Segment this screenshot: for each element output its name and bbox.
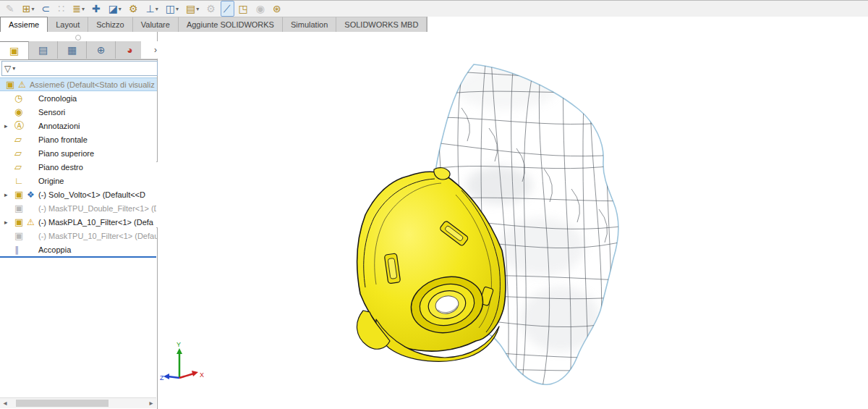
triad-z-label: Z [160,374,164,381]
tree-item-maskpla-10-filter[interactable]: ▸ ▣ ⚠ (-) MaskPLA_10_Filter<1> (Defa [0,215,157,229]
reference-triad: Y X Z [160,341,204,381]
filter-funnel-icon: ▽ [4,64,11,74]
tree-item-cronologia[interactable]: ◷ Cronologia [0,91,157,105]
move-component-icon[interactable]: ✚ [89,1,104,17]
snapshot-icon[interactable]: ◉ [253,1,268,17]
displaymanager-tab[interactable]: ◕ [116,41,145,59]
panel-tabs: ▣ ▤ ▦ ⊕ ◕ [0,41,157,60]
top-toolbar: ✎ ⊞ ▾ ⊂ ∷ ≣ ▾ ✚ ◪ ▾ ⚙ [0,1,868,17]
insert-components-icon[interactable]: ⊞ ▾ [20,1,38,17]
scroll-right-icon[interactable]: ▸ [146,398,156,408]
tree-item-label: Origine [38,177,64,185]
tree-item-icon: ◉ [14,106,27,117]
tree-item-icon: ▣ [14,189,27,200]
featuremanager-tab[interactable]: ▣ [0,41,29,59]
tree-item-label: Accoppia [38,245,71,254]
tree-item-status-icon: ⚠ [27,217,38,227]
tab-solidworks-mbd[interactable]: SOLIDWORKS MBD [336,17,427,32]
measure-icon[interactable]: ⟋ [221,1,234,17]
tree-item-piano-superiore[interactable]: ▱ Piano superiore [0,146,157,160]
mate-icon[interactable]: ⊂ [38,1,54,17]
rollback-bar[interactable] [0,256,156,258]
solidworks-window: ✎ ⊞ ▾ ⊂ ∷ ≣ ▾ ✚ ◪ ▾ ⚙ [0,0,868,409]
tree-item-masktpu-double-filter[interactable]: ▣ (-) MaskTPU_Double_Filter<1> (Def [0,201,157,215]
expand-arrow-icon[interactable]: ▸ [4,191,14,198]
tab-assieme[interactable]: Assieme [0,17,48,32]
tab-simulation[interactable]: Simulation [283,17,336,32]
tree-item-label: Sensori [38,108,65,117]
tree-item-sensori[interactable]: ◉ Sensori [0,105,157,119]
tree-item-accoppia[interactable]: ∥ Accoppia [0,243,157,256]
tree-item-origine[interactable]: ∟ Origine [0,174,157,187]
command-manager-tabstrip: Assieme Layout Schizzo Valutare Aggiunte… [0,17,868,33]
new-motion-study-icon[interactable]: ◫ ▾ [163,1,182,17]
tree-item-label: (-) MaskPLA_10_Filter<1> (Defa [38,218,153,227]
tree-item-icon: ▣ [14,203,27,214]
tab-layout[interactable]: Layout [48,17,88,32]
tree-item-label: Piano destro [38,163,83,172]
tab-schizzo[interactable]: Schizzo [88,17,133,32]
graphics-area: Y X Z [158,32,868,409]
bill-of-materials-icon[interactable]: ▤ ▾ [183,1,202,17]
filter-dropdown-icon[interactable]: ▾ [12,65,15,72]
feature-manager-panel: ▣ ▤ ▦ ⊕ ◕ › ▽ ▾ ▣ ⚠ Assieme6 ( [0,32,158,409]
assembly-features-icon[interactable]: ⚙ [126,1,142,17]
tree-item-annotazioni[interactable]: ▸ Ⓐ Annotazioni [0,119,157,132]
tree-item-status-icon: ⚠ [18,80,30,90]
tab-valutare[interactable]: Valutare [133,17,179,32]
tree-item-masktpu-10-filter[interactable]: ▣ (-) MaskTPU_10_Filter<1> (Default) [0,229,157,243]
tree-item-label: Piano superiore [38,149,94,158]
smart-fasteners-icon[interactable]: ≣ ▾ [69,1,88,17]
large-design-review-icon[interactable]: ⊛ [270,1,285,17]
show-hidden-components-icon[interactable]: ◪ ▾ [106,1,124,17]
tree-item-icon: ◷ [14,93,27,104]
tree-item-assieme6[interactable]: ▣ ⚠ Assieme6 (Default<Stato di visualiz [0,77,157,91]
tree-item-solo-volto[interactable]: ▸ ▣ ❖ (-) Solo_Volto<1> (Default<<D [0,187,157,201]
linear-component-pattern-icon[interactable]: ∷ [55,1,68,17]
tree-item-icon: ∟ [14,175,27,186]
tree-item-icon: ▣ [6,79,18,90]
interference-detection-icon[interactable]: ◳ [236,1,252,17]
tree-item-label: Cronologia [38,94,77,103]
tree-item-icon: ▣ [14,230,27,241]
tree-item-piano-frontale[interactable]: ▱ Piano frontale [0,132,157,146]
triad-x-label: X [200,371,204,379]
dimxpertmanager-tab[interactable]: ⊕ [87,41,116,59]
tree-item-piano-destro[interactable]: ▱ Piano destro [0,160,157,174]
tree-item-icon: Ⓐ [14,119,27,132]
tree-item-label: (-) MaskTPU_10_Filter<1> (Default) [38,232,157,240]
tab-aggiunte-solidworks[interactable]: Aggiunte SOLIDWORKS [179,17,283,32]
tree-filter-field[interactable]: ▽ ▾ [1,61,158,76]
tree-item-icon: ▱ [14,134,27,145]
expand-arrow-icon[interactable]: ▸ [4,122,14,130]
tree-item-label: Annotazioni [38,122,80,130]
command-tabs: Assieme Layout Schizzo Valutare Aggiunte… [0,17,427,32]
panel-horizontal-scrollbar[interactable]: ◂ ▸ [0,397,156,408]
reference-geometry-icon[interactable]: ⊥ ▾ [142,1,161,17]
panel-collapse-handle[interactable] [75,35,81,41]
edit-component-icon[interactable]: ✎ [3,1,18,17]
tree-item-icon: ▱ [14,161,27,172]
viewport-3d[interactable]: Y X Z [158,32,868,409]
propertymanager-tab[interactable]: ▤ [29,41,58,59]
tree-item-status-icon: ❖ [27,190,38,200]
exploded-view-icon[interactable]: ⚙ [203,1,219,17]
tree-item-icon: ▱ [14,148,27,159]
tree-item-label: Assieme6 (Default<Stato di visualiz [30,80,155,89]
feature-tree: ▣ ⚠ Assieme6 (Default<Stato di visualiz … [0,77,157,256]
tree-item-icon: ▣ [14,216,27,227]
expand-arrow-icon[interactable]: ▸ [4,219,14,226]
configurationmanager-tab[interactable]: ▦ [58,41,87,59]
tree-item-icon: ∥ [14,245,27,255]
tree-item-label: (-) Solo_Volto<1> (Default<<D [38,190,145,199]
scrollbar-thumb[interactable] [16,400,109,407]
tree-item-label: Piano frontale [38,135,88,144]
triad-y-label: Y [176,341,181,348]
scroll-left-icon[interactable]: ◂ [0,398,10,408]
tree-item-label: (-) MaskTPU_Double_Filter<1> (Def [38,204,157,213]
